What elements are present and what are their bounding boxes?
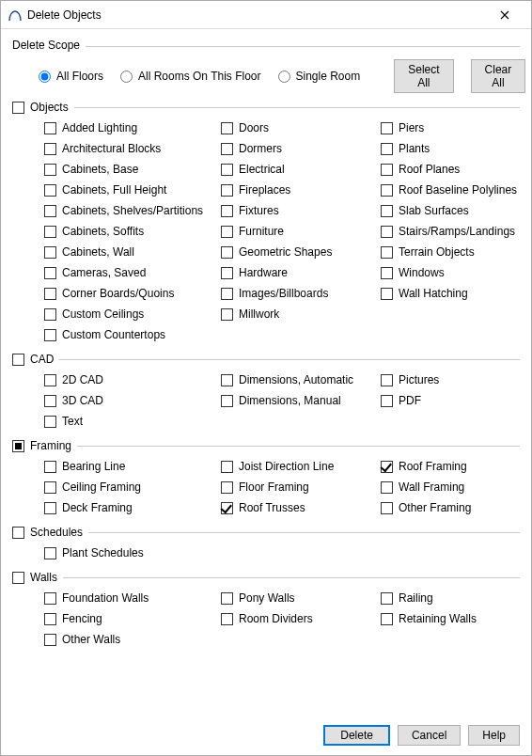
checkbox[interactable]: [44, 502, 56, 514]
checkbox[interactable]: [44, 205, 56, 217]
checkbox-item[interactable]: Dimensions, Manual: [221, 394, 381, 407]
checkbox[interactable]: [44, 226, 56, 238]
checkbox[interactable]: [221, 205, 233, 217]
checkbox[interactable]: [381, 184, 393, 197]
checkbox-item[interactable]: Piers: [381, 121, 520, 134]
cancel-button[interactable]: Cancel: [398, 725, 461, 746]
clear-all-button[interactable]: Clear All: [471, 59, 526, 93]
checkbox-item[interactable]: PDF: [381, 394, 520, 407]
checkbox-item[interactable]: Pictures: [381, 373, 520, 386]
group-checkbox[interactable]: [12, 102, 24, 114]
close-button[interactable]: [486, 1, 524, 29]
checkbox-item[interactable]: Plant Schedules: [44, 546, 221, 559]
checkbox[interactable]: [44, 122, 56, 134]
checkbox-item[interactable]: Cabinets, Shelves/Partitions: [44, 204, 221, 217]
checkbox[interactable]: [381, 164, 393, 176]
checkbox-item[interactable]: Dormers: [221, 142, 381, 155]
checkbox-item[interactable]: 2D CAD: [44, 373, 221, 386]
group-checkbox[interactable]: [12, 354, 24, 366]
checkbox[interactable]: [381, 395, 393, 407]
checkbox[interactable]: [221, 308, 233, 321]
checkbox-item[interactable]: Floor Framing: [221, 480, 381, 494]
checkbox-item[interactable]: Images/Billboards: [221, 287, 381, 300]
checkbox-item[interactable]: Retaining Walls: [381, 612, 520, 625]
checkbox[interactable]: [221, 592, 233, 605]
checkbox-item[interactable]: Room Dividers: [221, 612, 381, 625]
checkbox-item[interactable]: Wall Hatching: [381, 287, 520, 300]
checkbox-item[interactable]: Foundation Walls: [44, 591, 221, 605]
select-all-button[interactable]: Select All: [394, 59, 453, 93]
checkbox[interactable]: [44, 592, 56, 605]
checkbox[interactable]: [44, 613, 56, 625]
checkbox[interactable]: [221, 184, 233, 197]
checkbox[interactable]: [381, 461, 393, 473]
checkbox[interactable]: [381, 592, 393, 605]
checkbox-item[interactable]: Slab Surfaces: [381, 204, 520, 217]
radio-single-room[interactable]: Single Room: [278, 70, 361, 83]
checkbox-item[interactable]: Dimensions, Automatic: [221, 373, 381, 386]
checkbox-item[interactable]: Cabinets, Soffits: [44, 225, 221, 238]
checkbox-item[interactable]: Bearing Line: [44, 460, 221, 473]
checkbox[interactable]: [44, 267, 56, 279]
checkbox-item[interactable]: Furniture: [221, 225, 381, 238]
checkbox[interactable]: [381, 122, 393, 134]
checkbox[interactable]: [44, 481, 56, 494]
checkbox[interactable]: [44, 547, 56, 559]
checkbox-item[interactable]: Text: [44, 415, 221, 428]
checkbox[interactable]: [221, 122, 233, 134]
checkbox[interactable]: [221, 226, 233, 238]
checkbox-item[interactable]: Roof Trusses: [221, 501, 381, 514]
checkbox[interactable]: [221, 502, 233, 514]
checkbox-item[interactable]: 3D CAD: [44, 394, 221, 407]
group-checkbox[interactable]: [12, 527, 24, 539]
delete-button[interactable]: Delete: [323, 725, 390, 746]
checkbox-item[interactable]: Other Framing: [381, 501, 520, 514]
checkbox-item[interactable]: Millwork: [221, 307, 381, 321]
checkbox-item[interactable]: Roof Framing: [381, 460, 520, 473]
checkbox[interactable]: [381, 205, 393, 217]
checkbox[interactable]: [44, 308, 56, 321]
checkbox-item[interactable]: Plants: [381, 142, 520, 155]
checkbox[interactable]: [44, 416, 56, 428]
checkbox[interactable]: [221, 164, 233, 176]
checkbox-item[interactable]: Roof Baseline Polylines: [381, 183, 520, 197]
checkbox[interactable]: [221, 481, 233, 494]
checkbox-item[interactable]: Geometric Shapes: [221, 245, 381, 259]
checkbox[interactable]: [221, 374, 233, 386]
checkbox-item[interactable]: Custom Countertops: [44, 328, 221, 341]
group-header-walls[interactable]: Walls: [12, 571, 520, 584]
group-checkbox[interactable]: [12, 440, 24, 452]
checkbox-item[interactable]: Terrain Objects: [381, 245, 520, 259]
checkbox-item[interactable]: Windows: [381, 266, 520, 279]
checkbox[interactable]: [44, 184, 56, 197]
help-button[interactable]: Help: [468, 725, 520, 746]
checkbox-item[interactable]: Deck Framing: [44, 501, 221, 514]
checkbox[interactable]: [44, 461, 56, 473]
checkbox[interactable]: [381, 288, 393, 300]
checkbox[interactable]: [381, 143, 393, 155]
checkbox-item[interactable]: Added Lighting: [44, 121, 221, 134]
checkbox[interactable]: [221, 613, 233, 625]
checkbox-item[interactable]: Wall Framing: [381, 480, 520, 494]
checkbox-item[interactable]: Joist Direction Line: [221, 460, 381, 473]
checkbox-item[interactable]: Fireplaces: [221, 183, 381, 197]
checkbox-item[interactable]: Fencing: [44, 612, 221, 625]
group-header-objects[interactable]: Objects: [12, 101, 520, 114]
radio-input[interactable]: [278, 71, 290, 83]
group-header-cad[interactable]: CAD: [12, 353, 520, 366]
checkbox-item[interactable]: Cabinets, Base: [44, 163, 221, 176]
checkbox[interactable]: [44, 329, 56, 341]
checkbox-item[interactable]: Fixtures: [221, 204, 381, 217]
checkbox[interactable]: [44, 395, 56, 407]
checkbox-item[interactable]: Cabinets, Wall: [44, 245, 221, 259]
checkbox[interactable]: [221, 143, 233, 155]
checkbox[interactable]: [44, 143, 56, 155]
group-header-framing[interactable]: Framing: [12, 439, 520, 452]
radio-all-floors[interactable]: All Floors: [39, 70, 103, 83]
checkbox[interactable]: [44, 288, 56, 300]
checkbox-item[interactable]: Ceiling Framing: [44, 480, 221, 494]
checkbox[interactable]: [221, 288, 233, 300]
checkbox-item[interactable]: Cabinets, Full Height: [44, 183, 221, 197]
checkbox-item[interactable]: Corner Boards/Quoins: [44, 287, 221, 300]
checkbox[interactable]: [221, 395, 233, 407]
